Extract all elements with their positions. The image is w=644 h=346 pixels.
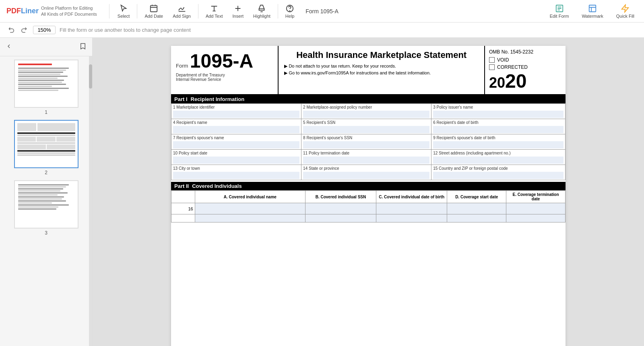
page-thumb-img-2 [14, 120, 78, 168]
hint-text: Fill the form or use another tools to ch… [60, 27, 191, 33]
part2-row-extra [171, 214, 566, 222]
corrected-label: CORRECTED [497, 64, 528, 70]
form-title: Health Insurance Marketplace Statement [284, 50, 479, 60]
field-input-12[interactable] [433, 157, 564, 164]
page-num-2: 2 [45, 170, 47, 175]
corrected-checkbox[interactable] [489, 64, 495, 70]
undo-button[interactable] [6, 24, 17, 36]
page-thumb-1[interactable]: 1 [0, 60, 92, 115]
field-cell-1: 1 Marketplace identifier [171, 104, 301, 119]
field-input-4[interactable] [173, 126, 299, 133]
field-input-10[interactable] [173, 157, 299, 164]
void-corrected: VOID CORRECTED [489, 57, 561, 70]
field-cell-2: 2 Marketplace-assigned policy number [301, 104, 431, 119]
field-cell-5: 5 Recipient's SSN [301, 119, 431, 134]
main-area: 1 [0, 38, 644, 346]
field-input-2[interactable] [303, 111, 429, 118]
form-instructions: ▶ Do not attach to your tax return. Keep… [284, 63, 479, 76]
part2-col-num [171, 191, 195, 203]
part2-input-16b[interactable] [305, 203, 376, 214]
page-thumb-2[interactable]: 2 [0, 120, 92, 175]
content-area: Form 1095-A Department of the Treasury I… [93, 38, 644, 346]
field-row-10-12: 10 Policy start date 11 Policy terminati… [171, 150, 566, 165]
help-tool[interactable]: Help [281, 2, 299, 20]
field-input-6[interactable] [433, 126, 564, 133]
dept-line1: Department of the Treasury [176, 73, 273, 77]
field-cell-15: 15 Country and ZIP or foreign postal cod… [431, 165, 566, 180]
field-row-13-15: 13 City or town 14 State or province 15 … [171, 165, 566, 180]
field-input-9[interactable] [433, 141, 564, 148]
corrected-checkbox-row: CORRECTED [489, 64, 561, 70]
field-cell-3: 3 Policy issuer's name [431, 104, 566, 119]
void-checkbox-row: VOID [489, 57, 561, 63]
document-title: Form 1095-A [305, 8, 339, 14]
field-cell-6: 6 Recipient's date of birth [431, 119, 566, 134]
quick-fill-button[interactable]: Quick Fill [613, 2, 638, 20]
void-checkbox[interactable] [489, 57, 495, 63]
field-input-3[interactable] [433, 111, 564, 118]
part2-title: Covered Individuals [192, 183, 242, 189]
scrollbar-thumb[interactable] [89, 64, 92, 89]
collapse-sidebar-button[interactable] [4, 41, 14, 52]
part2-input-extra-b[interactable] [305, 214, 376, 222]
toolbar-sep-2 [198, 4, 198, 19]
field-input-15[interactable] [433, 172, 564, 179]
field-input-13[interactable] [173, 172, 299, 179]
form-number: 1095-A [190, 50, 253, 72]
insert-tool[interactable]: Insert [229, 2, 248, 20]
edit-form-button[interactable]: Edit Form [547, 2, 572, 20]
part2-header: Part II Covered Individuals [171, 182, 566, 190]
undo-redo-group [6, 24, 29, 36]
page-thumb-img-3 [14, 180, 78, 229]
part2-input-16a[interactable] [195, 203, 305, 214]
field-cell-12: 12 Street address (including apartment n… [431, 150, 566, 165]
part2-input-extra-c[interactable] [376, 214, 447, 222]
field-input-14[interactable] [303, 172, 429, 179]
add-sign-tool[interactable]: Add Sign [169, 2, 195, 20]
part2-row-num-extra [171, 214, 195, 222]
part1-title: Recipient Information [191, 96, 245, 102]
field-cell-7: 7 Recipient's spouse's name [171, 134, 301, 150]
field-input-8[interactable] [303, 141, 429, 148]
zoom-input[interactable] [33, 26, 56, 34]
select-tool[interactable]: Select [114, 2, 134, 20]
page-num-1: 1 [45, 109, 47, 115]
part2-table: A. Covered individual name B. Covered in… [171, 190, 566, 222]
field-input-7[interactable] [173, 141, 299, 148]
watermark-button[interactable]: Watermark [578, 2, 606, 20]
toolbar-sep-3 [278, 4, 278, 19]
part2-input-extra-e[interactable] [506, 214, 566, 222]
highlight-tool[interactable]: Highlight [249, 2, 275, 20]
part2-col-b: B. Covered individual SSN [305, 191, 376, 203]
toolbar-sep-1 [137, 4, 137, 19]
bookmark-button[interactable] [78, 41, 88, 53]
redo-button[interactable] [19, 24, 29, 36]
omb-number: OMB No. 1545-2232 [489, 49, 561, 55]
logo-pdf-text: PDF [6, 7, 21, 15]
add-text-tool[interactable]: Add Text [202, 2, 227, 20]
part1-label: Part I [174, 96, 188, 102]
field-input-5[interactable] [303, 126, 429, 133]
top-bar: PDFLiner Online Platform for Editing All… [0, 0, 644, 23]
field-cell-8: 8 Recipient's spouse's SSN [301, 134, 431, 150]
form-center-section: Health Insurance Marketplace Statement ▶… [279, 46, 485, 94]
field-cell-4: 4 Recipient's name [171, 119, 301, 134]
page-thumb-3[interactable]: 3 [0, 180, 92, 236]
svg-rect-4 [589, 5, 596, 12]
scrollbar-track[interactable] [89, 56, 92, 346]
form-right-section: OMB No. 1545-2232 VOID CORRECTED 2020 [485, 46, 566, 94]
dept-line2: Internal Revenue Service [176, 77, 273, 82]
year-display: 2020 [489, 72, 561, 91]
field-cell-13: 13 City or town [171, 165, 301, 180]
add-date-tool[interactable]: Add Date [140, 2, 167, 20]
part2-input-16c[interactable] [376, 203, 447, 214]
part2-input-extra-d[interactable] [447, 214, 506, 222]
field-cell-10: 10 Policy start date [171, 150, 301, 165]
field-input-1[interactable] [173, 111, 299, 118]
field-input-11[interactable] [303, 157, 429, 164]
part2-col-a: A. Covered individual name [195, 191, 305, 203]
field-row-1-3: 1 Marketplace identifier 2 Marketplace-a… [171, 104, 566, 119]
part2-input-extra-a[interactable] [195, 214, 305, 222]
part2-input-16e[interactable] [506, 203, 566, 214]
part2-input-16d[interactable] [447, 203, 506, 214]
